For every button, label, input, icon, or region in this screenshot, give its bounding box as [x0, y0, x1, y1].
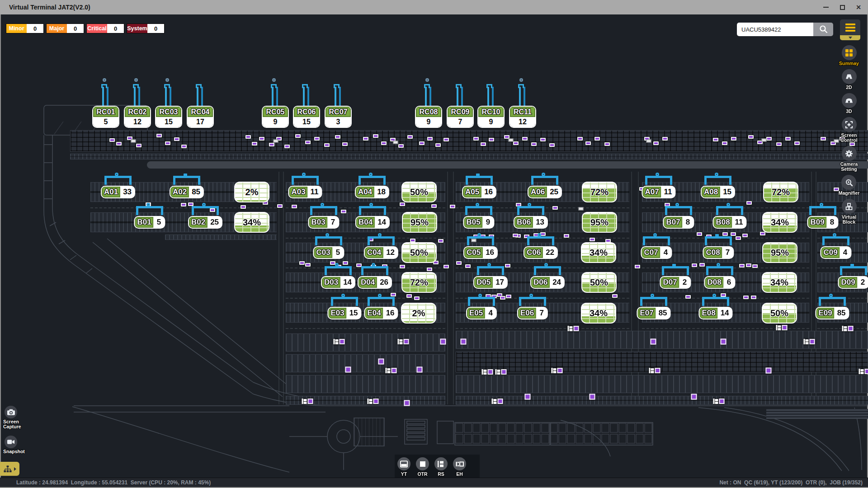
equipment-marker[interactable] — [404, 400, 410, 406]
equipment-marker[interactable] — [590, 394, 595, 400]
block-label-B03[interactable]: B037 — [309, 217, 338, 228]
block-label-E07[interactable]: E0785 — [637, 308, 670, 319]
equipment-marker[interactable] — [766, 368, 772, 374]
occupancy-badge[interactable]: 34% — [582, 304, 615, 323]
block-label-A03[interactable]: A0311 — [289, 187, 321, 197]
container-marker[interactable] — [363, 137, 368, 141]
block-label-E08[interactable]: E0814 — [699, 308, 731, 319]
occupancy-badge[interactable]: 72% — [402, 273, 436, 292]
yard-truck-marker[interactable] — [368, 399, 379, 404]
sidebar-item-camera-setting[interactable]: Camera Setting — [835, 146, 863, 172]
container-marker[interactable] — [739, 264, 745, 267]
yard-truck-marker[interactable] — [302, 399, 313, 404]
container-marker[interactable] — [577, 137, 583, 141]
container-marker[interactable] — [343, 261, 348, 265]
container-marker[interactable] — [263, 201, 268, 205]
equipment-marker[interactable] — [691, 394, 697, 400]
maximize-button[interactable] — [837, 2, 847, 12]
alarm-counter-minor[interactable]: Minor0 — [6, 23, 44, 33]
rc-crane-label-RC08[interactable]: RC089 — [416, 107, 441, 127]
container-marker[interactable] — [662, 137, 668, 141]
container-marker[interactable] — [736, 236, 741, 240]
container-marker[interactable] — [522, 137, 528, 141]
container-marker[interactable] — [156, 134, 162, 137]
terminal-map[interactable]: RC015RC0212RC0315RC0417RC059RC0615RC073R… — [0, 0, 868, 488]
yard-truck-marker[interactable] — [776, 325, 788, 330]
block-label-E09[interactable]: E0985 — [816, 308, 848, 319]
equipment-marker[interactable] — [440, 339, 446, 345]
container-marker[interactable] — [699, 263, 705, 267]
container-marker[interactable] — [295, 134, 301, 138]
container-marker[interactable] — [794, 141, 800, 145]
occupancy-badge[interactable]: 50% — [402, 183, 436, 202]
block-label-D05[interactable]: D0517 — [474, 277, 507, 288]
container-marker[interactable] — [531, 142, 537, 146]
container-marker[interactable] — [305, 141, 311, 144]
block-label-E04[interactable]: E0416 — [365, 308, 397, 319]
container-marker[interactable] — [552, 206, 558, 210]
container-marker[interactable] — [605, 239, 611, 243]
container-marker[interactable] — [181, 145, 187, 148]
block-label-B07[interactable]: B078 — [664, 217, 693, 228]
yard-truck-marker[interactable] — [649, 368, 660, 373]
block-label-A08[interactable]: A0815 — [702, 187, 734, 197]
equipment-marker[interactable] — [651, 339, 656, 345]
rc-crane-label-RC01[interactable]: RC015 — [93, 107, 118, 127]
container-marker[interactable] — [481, 142, 486, 146]
equipment-marker[interactable] — [721, 339, 726, 345]
container-marker[interactable] — [743, 296, 749, 299]
rc-crane-label-RC02[interactable]: RC0212 — [125, 107, 150, 127]
container-marker[interactable] — [653, 141, 659, 145]
equipment-toggle-otr[interactable]: OTR — [416, 457, 429, 477]
tool-screen-capture[interactable]: Screen Capture — [3, 406, 28, 429]
tool-snapshot[interactable]: Snapshot — [3, 436, 28, 454]
main-menu-button[interactable] — [840, 19, 860, 35]
container-marker[interactable] — [241, 205, 246, 209]
close-button[interactable]: ✕ — [854, 2, 863, 12]
yard-truck-marker[interactable] — [842, 326, 854, 331]
container-marker[interactable] — [742, 234, 748, 237]
container-marker[interactable] — [766, 137, 772, 141]
occupancy-badge[interactable]: 2% — [402, 304, 435, 323]
container-marker[interactable] — [292, 205, 297, 208]
occupancy-badge[interactable]: 34% — [763, 273, 796, 292]
container-marker[interactable] — [299, 261, 305, 265]
occupancy-badge[interactable]: 50% — [763, 304, 796, 323]
container-marker[interactable] — [590, 238, 595, 241]
block-label-E05[interactable]: E054 — [467, 308, 496, 319]
container-marker[interactable] — [564, 234, 569, 238]
yard-truck-marker[interactable] — [859, 369, 868, 374]
container-marker[interactable] — [585, 141, 591, 145]
container-marker[interactable] — [381, 141, 387, 145]
container-marker[interactable] — [500, 296, 505, 300]
yard-truck-marker[interactable] — [334, 339, 345, 344]
sidebar-item-3d[interactable]: 3D — [842, 93, 857, 114]
container-marker[interactable] — [305, 263, 311, 267]
yard-truck-marker[interactable] — [492, 399, 503, 404]
equipment-toggle-eh[interactable]: EH — [453, 457, 466, 477]
block-label-C08[interactable]: C087 — [703, 247, 733, 258]
occupancy-badge[interactable]: 95% — [583, 213, 616, 232]
container-marker[interactable] — [427, 267, 432, 271]
container-search-input[interactable] — [737, 23, 813, 36]
container-marker[interactable] — [760, 232, 765, 235]
container-marker[interactable] — [400, 202, 405, 206]
container-marker[interactable] — [549, 143, 555, 147]
block-label-E03[interactable]: E0315 — [328, 308, 360, 319]
container-marker[interactable] — [174, 137, 179, 141]
container-marker[interactable] — [259, 137, 264, 141]
occupancy-badge[interactable]: 2% — [235, 183, 269, 202]
container-marker[interactable] — [438, 239, 443, 243]
rc-crane-label-RC05[interactable]: RC059 — [263, 107, 288, 127]
rc-crane-label-RC04[interactable]: RC0417 — [188, 107, 213, 127]
occupancy-badge[interactable]: 95% — [763, 243, 797, 262]
container-marker[interactable] — [410, 239, 415, 242]
container-marker[interactable] — [165, 141, 170, 145]
equipment-marker[interactable] — [378, 359, 384, 365]
container-marker[interactable] — [752, 264, 758, 268]
container-marker[interactable] — [181, 203, 186, 206]
container-marker[interactable] — [604, 142, 610, 146]
container-marker[interactable] — [419, 141, 425, 145]
block-label-B04[interactable]: B0414 — [356, 217, 389, 228]
container-marker[interactable] — [400, 265, 405, 268]
